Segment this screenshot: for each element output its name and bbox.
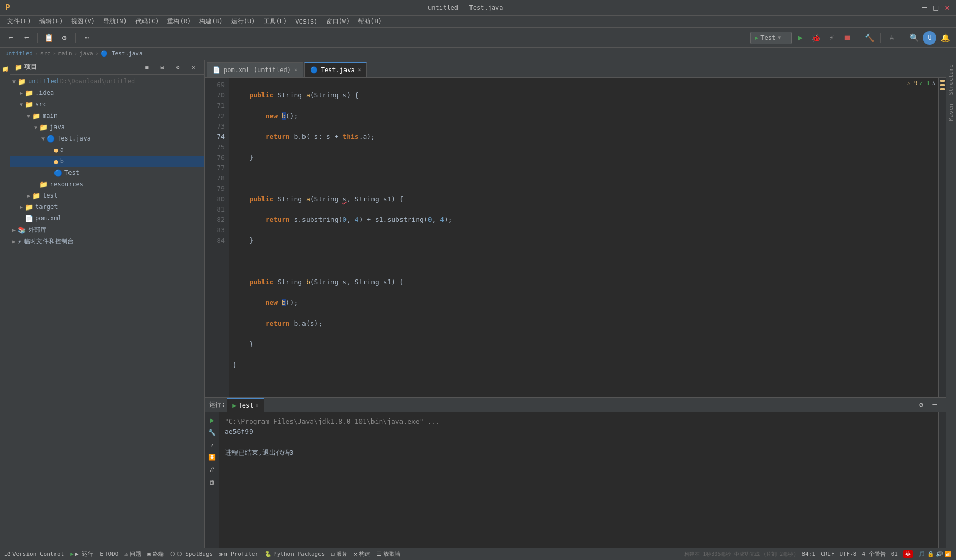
toolbar-more[interactable]: ⋯: [80, 31, 93, 45]
menu-view[interactable]: 视图(V): [68, 16, 98, 27]
breadcrumb-src[interactable]: src: [40, 50, 51, 57]
tree-pom[interactable]: ▶ 📄 pom.xml: [10, 213, 204, 224]
menu-window[interactable]: 窗口(W): [323, 16, 353, 27]
code-editor[interactable]: ⚠ 9 ✓ 1 ∧ 69 70 71 72 73 74 75 76 77 78 …: [205, 78, 946, 397]
status-spotbugs[interactable]: ⬡ ⬡ SpotBugs: [170, 551, 213, 557]
tab-pom-close[interactable]: ✕: [294, 66, 298, 73]
menu-help[interactable]: 帮助(H): [355, 16, 385, 27]
expand-icon[interactable]: ∧: [932, 80, 935, 87]
run-redirect-btn[interactable]: ↗: [207, 440, 217, 450]
line-num-83: 83: [205, 225, 225, 235]
menu-code[interactable]: 代码(C): [132, 16, 162, 27]
menu-navigate[interactable]: 导航(N): [100, 16, 130, 27]
project-panel-collapse[interactable]: ⊟: [156, 61, 169, 74]
line-num-72: 72: [205, 111, 225, 121]
run-controls: ▶ 🔧 ↗ ⏬ 🖨 🗑: [205, 412, 219, 548]
structure-panel-toggle[interactable]: Structure: [947, 60, 955, 100]
bottom-tab-close[interactable]: ✕: [255, 402, 258, 408]
project-panel-scope[interactable]: ≡: [140, 61, 154, 74]
run-scroll-btn[interactable]: ⏬: [207, 453, 217, 462]
tree-method-a-icon: ●: [54, 146, 58, 154]
status-version-control[interactable]: ⎇ Version Control: [4, 551, 64, 557]
menu-vcs[interactable]: VCS(S): [292, 17, 321, 26]
status-python-packages[interactable]: 🐍 Python Packages: [265, 551, 325, 557]
tree-external-libs[interactable]: ▶ 📚 外部库: [10, 224, 204, 235]
tree-target[interactable]: ▶ 📁 target: [10, 201, 204, 213]
run-config-dropdown[interactable]: ▶ Test ▼: [750, 32, 792, 44]
tab-test-java[interactable]: 🔵 Test.java ✕: [304, 62, 367, 77]
tree-resources[interactable]: ▶ 📁 resources: [10, 178, 204, 190]
status-todo[interactable]: E TODO: [100, 551, 118, 557]
tree-method-b[interactable]: ▶ ● b: [10, 156, 204, 167]
user-avatar[interactable]: U: [923, 31, 936, 45]
project-panel-toggle[interactable]: 📁: [1, 62, 9, 77]
status-problems[interactable]: ⚠ 问题: [124, 550, 141, 558]
project-panel-title: 项目: [24, 63, 37, 72]
toolbar-notification[interactable]: 🔔: [938, 31, 952, 45]
toolbar-settings[interactable]: ⚙: [58, 31, 71, 45]
tree-root[interactable]: ▼ 📁 untitled D:\Download\untitled: [10, 76, 204, 87]
toolbar-back-button[interactable]: ⬅: [4, 31, 18, 45]
maximize-button[interactable]: □: [932, 4, 939, 11]
run-wrench-btn[interactable]: 🔧: [207, 428, 217, 437]
tab-pom[interactable]: 📄 pom.xml (untitled) ✕: [207, 62, 303, 77]
tree-temp-files[interactable]: ▶ ⚡ 临时文件和控制台: [10, 235, 204, 247]
status-position[interactable]: 84:1: [801, 551, 815, 557]
menu-tools[interactable]: 工具(L): [260, 16, 290, 27]
run-clear-btn[interactable]: 🗑: [207, 478, 217, 487]
status-encoding[interactable]: UTF-8: [839, 551, 856, 557]
status-left: ⎇ Version Control ▶ ▶ 运行 E TODO ⚠ 问题 ▣ 终…: [4, 550, 400, 558]
status-event-log[interactable]: ☰ 放歌墙: [377, 550, 400, 558]
run-print-btn[interactable]: 🖨: [207, 465, 217, 474]
toolbar-recent-files[interactable]: 📋: [42, 31, 56, 45]
project-panel-settings[interactable]: ⚙: [171, 61, 185, 74]
status-run[interactable]: ▶ ▶ 运行: [70, 550, 93, 558]
breadcrumb-java[interactable]: java: [79, 50, 93, 57]
tree-main[interactable]: ▼ 📁 main: [10, 110, 204, 121]
status-ime[interactable]: 英: [903, 550, 913, 558]
run-play-btn[interactable]: ▶: [207, 415, 217, 425]
build-button[interactable]: 🔨: [863, 31, 876, 45]
status-build[interactable]: ⚒ 构建: [354, 550, 370, 558]
bottom-gear-btn[interactable]: ⚙: [915, 398, 928, 412]
maven-panel-toggle[interactable]: Maven: [947, 100, 955, 125]
tab-test-close[interactable]: ✕: [358, 66, 362, 73]
code-content[interactable]: public String a(String s) { new b(); ret…: [229, 78, 946, 397]
bottom-minimize-btn[interactable]: ─: [928, 398, 941, 412]
close-button[interactable]: ✕: [944, 4, 951, 11]
tree-java[interactable]: ▼ 📁 java: [10, 121, 204, 133]
menu-edit[interactable]: 编辑(E): [36, 16, 66, 27]
run-with-coverage[interactable]: ⚡: [825, 31, 838, 45]
breadcrumb-main[interactable]: main: [58, 50, 72, 57]
tree-class-test[interactable]: ▶ 🔵 Test: [10, 167, 204, 178]
status-line-ending[interactable]: CRLF: [821, 551, 835, 557]
tree-method-a[interactable]: ▶ ● a: [10, 144, 204, 156]
toolbar-forward-button[interactable]: ⬅: [20, 31, 33, 45]
console-output[interactable]: "C:\Program Files\Java\jdk1.8.0_101\bin\…: [219, 412, 938, 548]
tree-idea-arrow: ▶: [20, 90, 23, 96]
menu-run[interactable]: 运行(U): [228, 16, 258, 27]
stop-button[interactable]: ⏹: [840, 31, 854, 45]
run-button[interactable]: ▶: [794, 31, 807, 45]
project-panel-close[interactable]: ✕: [187, 61, 200, 74]
minimize-button[interactable]: ─: [921, 4, 928, 11]
status-terminal[interactable]: ▣ 终端: [147, 550, 164, 558]
toolbar-search[interactable]: 🔍: [907, 31, 921, 45]
status-services[interactable]: ◻ 服务: [331, 550, 348, 558]
menu-file[interactable]: 文件(F): [4, 16, 34, 27]
tree-test-folder[interactable]: ▶ 📁 test: [10, 190, 204, 201]
tree-idea[interactable]: ▶ 📁 .idea: [10, 87, 204, 99]
tree-test-java[interactable]: ▼ 🔵 Test.java: [10, 133, 204, 144]
menu-build[interactable]: 构建(B): [196, 16, 226, 27]
tree-src[interactable]: ▼ 📁 src: [10, 99, 204, 110]
code-line-79: new b();: [233, 298, 941, 308]
debug-button[interactable]: 🐞: [809, 31, 823, 45]
breadcrumb-file[interactable]: 🔵 Test.java: [101, 50, 142, 57]
bottom-tab-test[interactable]: ▶ Test ✕: [227, 398, 264, 412]
toolbar-sdk[interactable]: ☕: [885, 31, 898, 45]
breadcrumb-project[interactable]: untitled: [5, 50, 33, 57]
tree-class-test-icon: 🔵: [54, 169, 62, 177]
menu-refactor[interactable]: 重构(R): [164, 16, 194, 27]
warning-stripe-3: [940, 88, 945, 90]
status-profiler[interactable]: ◑ ◑ Profiler: [219, 551, 258, 557]
